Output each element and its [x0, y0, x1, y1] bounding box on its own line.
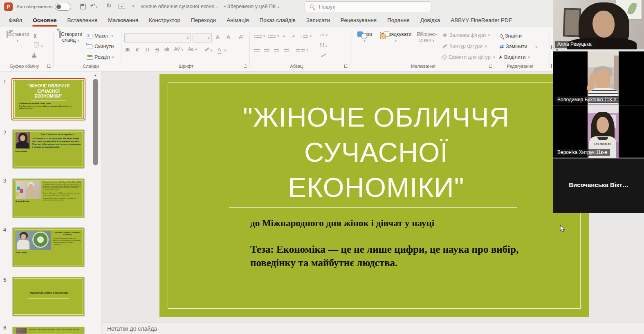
- increase-indent-icon[interactable]: ⇥: [291, 34, 294, 38]
- thumbnails-scrollbar[interactable]: [93, 79, 98, 165]
- slide-number-3: 3: [3, 178, 6, 184]
- double-strike-icon[interactable]: ab: [164, 47, 169, 51]
- tab-home[interactable]: Основне: [27, 14, 62, 27]
- video-tile-4-camera-off[interactable]: Височанська Вікт…: [553, 158, 644, 213]
- slide-subtitle-2[interactable]: Теза: Економіка — це не лише цифри, це н…: [250, 243, 541, 269]
- quick-access-overflow-icon[interactable]: ∨: [129, 4, 137, 8]
- italic-button[interactable]: К: [136, 47, 139, 53]
- powerpoint-logo-icon[interactable]: P: [4, 2, 13, 11]
- save-icon[interactable]: [80, 4, 86, 9]
- tab-abbyy[interactable]: ABBYY FineReader PDF: [445, 14, 517, 27]
- slide-thumbnail-1[interactable]: "ЖІНОЧЕ ОБЛИЧЧЯСУЧАСНОЇЕКОНОМІКИ" до Між…: [11, 78, 85, 120]
- tab-record[interactable]: Записати: [301, 14, 335, 27]
- font-color-dropdown-icon[interactable]: ∨: [224, 49, 227, 52]
- justify-icon[interactable]: [284, 48, 289, 52]
- drawing-dialog-launcher[interactable]: [489, 65, 492, 68]
- highlight-pen-icon[interactable]: [204, 47, 209, 51]
- undo-button[interactable]: ↶∨: [90, 2, 98, 9]
- thumbnails-scroll-up-icon[interactable]: ▲: [93, 73, 98, 78]
- select-button[interactable]: Виділити∨: [500, 54, 530, 60]
- grow-font-button[interactable]: Aˆ: [216, 34, 220, 40]
- decrease-indent-icon[interactable]: ⇤: [283, 34, 286, 38]
- shape-outline-button[interactable]: Контур фігури∨: [442, 43, 487, 49]
- video-call-panel: Алла Ревуцька Н Володимир Бухенко 11К е: [553, 0, 644, 213]
- align-left-icon[interactable]: [254, 48, 260, 52]
- thumb5-title: Українські жінки в економіці: [13, 291, 84, 294]
- tab-design[interactable]: Конструктор: [144, 14, 186, 27]
- section-button[interactable]: Розділ∨: [87, 54, 114, 60]
- tab-insert[interactable]: Вставлення: [62, 14, 103, 27]
- quick-styles-button[interactable]: Експрес-стилі ∨: [415, 31, 438, 43]
- save-status[interactable]: • Збережено у цей ПК ∨: [224, 4, 280, 9]
- bullets-button[interactable]: ∨: [254, 34, 265, 38]
- strikethrough-button[interactable]: S: [155, 47, 159, 53]
- participant-name-label: Володимир Бухенко 11К е: [555, 96, 619, 103]
- video-tile-3[interactable]: LOS ANGELES Вероніка Хитрук 11к-е: [553, 105, 644, 158]
- bold-button[interactable]: Ж: [125, 47, 130, 53]
- slide-thumbnail-4[interactable]: Кейт Раворт Концепція «Пончика» (Пончико…: [12, 227, 85, 267]
- highlight-dropdown-icon[interactable]: ∨: [210, 49, 213, 52]
- slide-number-2: 2: [3, 129, 6, 136]
- numbering-button[interactable]: ∨: [268, 34, 279, 38]
- slide-thumbnail-3[interactable]: Клаудія Ґолдін Народилася 14 травня 1946…: [12, 178, 85, 218]
- tab-draw[interactable]: Малювання: [103, 14, 144, 27]
- notes-pane[interactable]: Нотатки до слайда: [102, 322, 644, 334]
- shape-effects-button[interactable]: Ефекти для фігур∨: [442, 54, 495, 60]
- paragraph-dialog-launcher[interactable]: [344, 65, 348, 68]
- reset-button[interactable]: Скинути: [87, 44, 114, 49]
- cut-icon[interactable]: [33, 33, 38, 38]
- font-name-combo[interactable]: ∨: [124, 33, 191, 42]
- layout-button[interactable]: Макет∨: [87, 33, 113, 39]
- slide-subtitle-1[interactable]: до Міжнародного дня жінок і дівчат у нау…: [250, 218, 434, 229]
- clipboard-dialog-launcher[interactable]: [47, 65, 51, 68]
- group-label-editing: Редагування: [496, 64, 545, 69]
- format-painter-icon[interactable]: [34, 53, 35, 56]
- align-center-icon[interactable]: [264, 48, 269, 52]
- new-slide-button[interactable]: Створити слайд ∨: [58, 31, 83, 43]
- mouse-cursor: [560, 225, 565, 233]
- tab-transitions[interactable]: Переходи: [186, 14, 221, 27]
- video-tile-2[interactable]: Володимир Бухенко 11К е: [553, 51, 644, 105]
- participant-name-label: Алла Ревуцька: [555, 41, 594, 48]
- character-spacing-button[interactable]: AV ∨: [174, 47, 184, 51]
- align-text-button[interactable]: [↕] ∨: [320, 43, 328, 47]
- redo-button[interactable]: ↻: [105, 2, 113, 9]
- columns-button[interactable]: ∨: [296, 48, 309, 52]
- slide-thumbnail-5[interactable]: Українські жінки в економіці: [12, 277, 85, 316]
- tab-slideshow[interactable]: Показ слайдів: [254, 14, 301, 27]
- arrange-button[interactable]: Упорядкувати∨: [377, 31, 415, 43]
- font-color-button[interactable]: A: [218, 47, 221, 54]
- replace-button[interactable]: ⇄Замінити∨: [500, 44, 537, 49]
- copy-dropdown-icon[interactable]: ∨: [41, 45, 43, 48]
- slide-thumbnail-2[interactable]: Естер Дюфло Теза: Економіка як експериме…: [12, 129, 85, 169]
- start-presentation-icon[interactable]: ▸: [119, 4, 125, 9]
- line-spacing-button[interactable]: ↕∨: [300, 34, 312, 38]
- tab-file[interactable]: Файл: [3, 14, 27, 27]
- copy-icon[interactable]: [33, 44, 36, 48]
- tab-animations[interactable]: Анімація: [221, 14, 254, 27]
- find-button[interactable]: Знайти: [500, 33, 522, 39]
- font-size-combo[interactable]: ∨: [193, 33, 212, 42]
- video-tile-1[interactable]: Алла Ревуцька: [553, 0, 644, 49]
- toggle-knob: [56, 4, 61, 9]
- text-direction-button[interactable]: ↓A ∨: [320, 32, 328, 37]
- shapes-button[interactable]: Фігури∨: [354, 31, 375, 43]
- shape-fill-button[interactable]: Заливка фігури∨: [442, 32, 490, 38]
- slide-canvas[interactable]: "ЖІНОЧЕ ОБЛИЧЧЯ СУЧАСНОЇ ЕКОНОМІКИ" до М…: [159, 74, 589, 317]
- tab-review[interactable]: Рецензування: [335, 14, 382, 27]
- underline-button[interactable]: П: [146, 47, 149, 53]
- thumb1-title: "ЖІНОЧЕ ОБЛИЧЧЯСУЧАСНОЇЕКОНОМІКИ": [13, 83, 84, 99]
- slide-title-textbox[interactable]: "ЖІНОЧЕ ОБЛИЧЧЯ СУЧАСНОЇ ЕКОНОМІКИ": [196, 100, 556, 205]
- tab-view[interactable]: Подання: [382, 14, 415, 27]
- clear-formatting-button[interactable]: A◊: [239, 34, 244, 40]
- change-case-button[interactable]: Aa ∨: [188, 47, 197, 51]
- autosave-toggle[interactable]: [55, 3, 71, 11]
- paste-button[interactable]: Вставити∨: [7, 31, 29, 43]
- new-slide-icon: [59, 31, 61, 38]
- search-input[interactable]: Пошук: [305, 1, 431, 12]
- align-right-icon[interactable]: [274, 48, 279, 52]
- slide-thumbnail-6[interactable]: Експертка з поведінкової економіки в Укр…: [12, 327, 85, 334]
- shrink-font-button[interactable]: Aˇ: [227, 34, 231, 40]
- font-dialog-launcher[interactable]: [244, 65, 247, 68]
- tab-help[interactable]: Довідка: [415, 14, 446, 27]
